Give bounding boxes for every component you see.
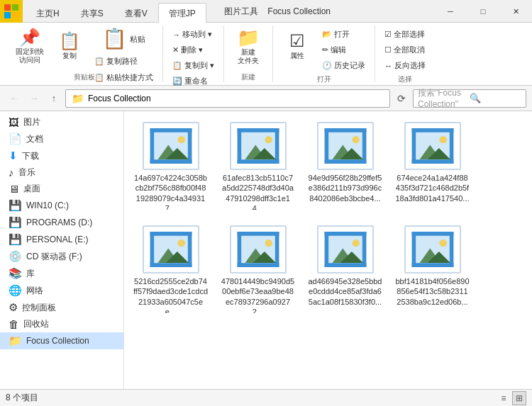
svg-rect-38 bbox=[150, 232, 154, 267]
search-icon: 🔍 bbox=[470, 93, 521, 103]
sidebar-item-network[interactable]: 🌐 网络 bbox=[0, 282, 123, 299]
rename-button[interactable]: 🔄 重命名 bbox=[169, 74, 218, 89]
move-to-button[interactable]: → 移动到 ▾ bbox=[169, 27, 218, 42]
properties-button[interactable]: ☑ 属性 bbox=[279, 26, 316, 68]
sidebar-item-recycle[interactable]: 🗑 回收站 bbox=[0, 316, 123, 332]
svg-rect-2 bbox=[150, 128, 154, 164]
file-item-file3[interactable]: 94e9d956f28b29ffef5e386d211b973d996c8402… bbox=[304, 117, 386, 215]
edit-button[interactable]: ✏ 编辑 bbox=[318, 43, 369, 57]
minimize-button[interactable]: ─ bbox=[434, 0, 467, 23]
svg-point-24 bbox=[352, 136, 359, 143]
tab-share[interactable]: 共享S bbox=[70, 3, 114, 23]
pin-button[interactable]: 📌 固定到快访问问 bbox=[11, 26, 48, 68]
sidebar-label-focus: Focus Collection bbox=[26, 336, 89, 346]
clipboard-label: 剪贴板 bbox=[74, 71, 95, 82]
sidebar-item-docs[interactable]: 📄 文档 bbox=[0, 130, 123, 147]
svg-rect-47 bbox=[237, 232, 241, 267]
sidebar-item-f[interactable]: 💿 CD 驱动器 (F:) bbox=[0, 248, 123, 265]
sidebar-item-d[interactable]: 💾 PROGRAMS (D:) bbox=[0, 214, 123, 231]
file-item-file7[interactable]: ad466945e328e5bbde0cddd4ce85af3fda65ac1a… bbox=[304, 220, 386, 318]
paste-label: 粘贴 bbox=[130, 34, 145, 45]
file-icon-file1 bbox=[143, 122, 199, 170]
open-label: 打开 bbox=[317, 73, 331, 84]
history-label: 历史记录 bbox=[334, 60, 365, 71]
file-name-file5: 5216cd2555ce2db74ff57f9daed3cde1cdcd2193… bbox=[133, 276, 208, 313]
sidebar-item-focus[interactable]: 📁 Focus Collection bbox=[0, 332, 123, 349]
svg-rect-40 bbox=[150, 263, 192, 267]
file-item-file6[interactable]: 478014449bc9490d500ebf6e73eaa9be48ec7893… bbox=[217, 220, 299, 318]
svg-rect-28 bbox=[411, 128, 453, 132]
copy-label: 复制 bbox=[62, 51, 77, 61]
forward-button[interactable]: → bbox=[26, 90, 43, 107]
invert-select-button[interactable]: ↔ 反向选择 bbox=[381, 58, 429, 73]
sidebar-item-music[interactable]: ♪ 音乐 bbox=[0, 164, 123, 181]
file-item-file8[interactable]: bbf14181b4f056e890856e54f13c58b23112538b… bbox=[392, 220, 473, 318]
open-file-button[interactable]: 📂 打开 bbox=[318, 27, 369, 42]
file-icon-file2 bbox=[230, 122, 287, 170]
svg-rect-48 bbox=[275, 232, 279, 267]
invert-icon: ↔ bbox=[384, 62, 392, 70]
tab-home[interactable]: clipboard 主页H bbox=[26, 3, 70, 23]
library-icon: 📚 bbox=[9, 267, 22, 280]
recycle-icon: 🗑 bbox=[9, 318, 19, 330]
search-box[interactable]: 搜索"Focus Collection" 🔍 bbox=[413, 89, 526, 108]
new-folder-icon: 📁 bbox=[237, 28, 260, 47]
delete-button[interactable]: ✕ 删除 ▾ bbox=[169, 43, 218, 57]
delete-label: 删除 ▾ bbox=[181, 45, 203, 55]
file-icon-file5 bbox=[143, 225, 199, 274]
history-button[interactable]: 🕐 历史记录 bbox=[318, 58, 369, 73]
sidebar-item-c[interactable]: 💾 WIN10 (C:) bbox=[0, 197, 123, 214]
select-none-icon: ☐ bbox=[384, 45, 392, 55]
edit-icon: ✏ bbox=[322, 45, 328, 55]
rename-icon: 🔄 bbox=[172, 77, 182, 86]
address-path[interactable]: 📁 Focus Collection bbox=[65, 89, 390, 108]
up-button[interactable]: ↑ bbox=[45, 90, 62, 107]
details-view-button[interactable]: ≡ bbox=[497, 391, 511, 405]
svg-rect-46 bbox=[237, 232, 279, 236]
title-bar: clipboard 主页H 共享S 查看V 管理JP 图片工具 Focus Co… bbox=[0, 0, 532, 23]
select-none-button[interactable]: ☐ 全部取消 bbox=[381, 43, 429, 57]
tab-view[interactable]: 查看V bbox=[114, 3, 158, 23]
sidebar-item-library[interactable]: 📚 库 bbox=[0, 265, 123, 282]
copy-button[interactable]: 📋 复制 bbox=[51, 26, 88, 68]
paste-shortcut-icon: 📋 bbox=[94, 73, 104, 82]
copy-to-button[interactable]: 📋 复制到 ▾ bbox=[169, 58, 218, 73]
sidebar-item-controlpanel[interactable]: ⚙ 控制面板 bbox=[0, 299, 123, 316]
focus-folder-icon: 📁 bbox=[9, 334, 22, 347]
select-none-label: 全部取消 bbox=[394, 45, 425, 55]
new-folder-button[interactable]: 📁 新建文件夹 bbox=[230, 26, 267, 68]
file-item-file2[interactable]: 61afec813cb5110c7a5dd225748df3d40a479102… bbox=[217, 117, 299, 215]
svg-rect-64 bbox=[411, 232, 453, 236]
music-icon: ♪ bbox=[9, 167, 14, 179]
refresh-button[interactable]: ⟳ bbox=[393, 90, 410, 107]
paste-button[interactable]: 📋 粘贴 bbox=[91, 26, 157, 52]
sidebar-item-pictures[interactable]: 🖼 图片 bbox=[0, 114, 123, 130]
select-all-icon: ☑ bbox=[384, 30, 392, 39]
status-bar: 8 个项目 ≡ ⊞ bbox=[0, 389, 532, 406]
back-button[interactable]: ← bbox=[6, 90, 23, 107]
file-item-file4[interactable]: 674ece24a1a424f88435f3d721c468d2b5f18a3f… bbox=[392, 117, 473, 215]
select-all-button[interactable]: ☑ 全部选择 bbox=[381, 27, 429, 42]
svg-rect-13 bbox=[237, 159, 279, 164]
svg-rect-67 bbox=[411, 263, 453, 267]
svg-rect-11 bbox=[237, 128, 241, 164]
paste-shortcut-button[interactable]: 📋 粘贴快捷方式 bbox=[91, 70, 157, 85]
file-item-file5[interactable]: 5216cd2555ce2db74ff57f9daed3cde1cdcd2193… bbox=[130, 220, 211, 318]
sidebar-label-library: 库 bbox=[26, 268, 35, 280]
copy-path-button[interactable]: 📋 复制路径 bbox=[91, 54, 157, 69]
maximize-button[interactable]: □ bbox=[467, 0, 499, 23]
sidebar-label-recycle: 回收站 bbox=[23, 318, 49, 330]
file-item-file1[interactable]: 14a697c4224c3058bcb2bf756c88fb00f4819289… bbox=[130, 117, 211, 215]
copy-to-label: 复制到 ▾ bbox=[184, 60, 214, 71]
file-icon-file4 bbox=[404, 122, 461, 170]
tab-manage[interactable]: 管理JP bbox=[158, 3, 206, 23]
sidebar-item-desktop[interactable]: 🖥 桌面 bbox=[0, 181, 123, 197]
drive-d-icon: 💾 bbox=[9, 216, 22, 229]
sidebar-item-downloads[interactable]: ⬇ 下载 bbox=[0, 147, 123, 164]
svg-rect-56 bbox=[324, 232, 328, 267]
sidebar-item-e[interactable]: 💾 PERSONAL (E:) bbox=[0, 231, 123, 248]
sidebar-label-d: PROGRAMS (D:) bbox=[26, 218, 92, 227]
pictures-icon: 🖼 bbox=[9, 116, 19, 128]
close-button[interactable]: ✕ bbox=[499, 0, 532, 23]
grid-view-button[interactable]: ⊞ bbox=[512, 391, 526, 405]
